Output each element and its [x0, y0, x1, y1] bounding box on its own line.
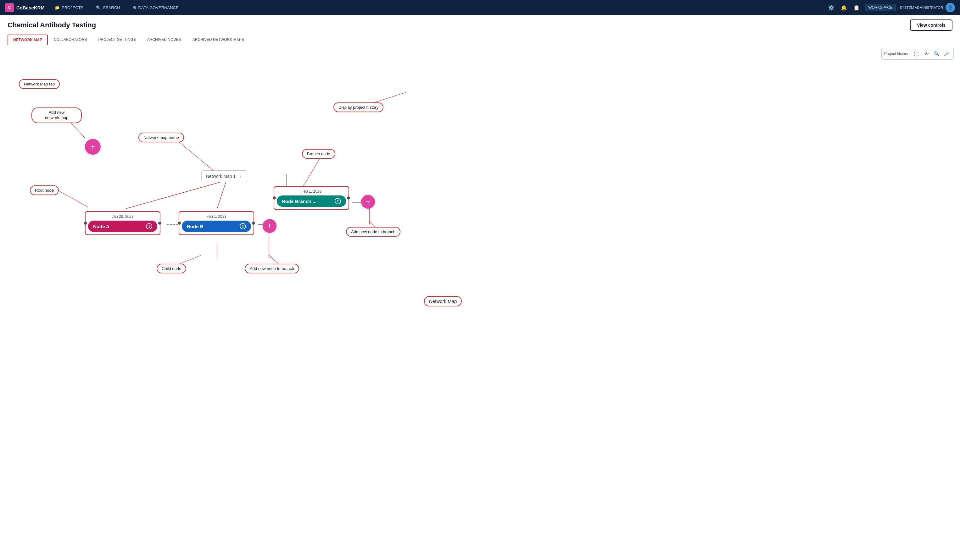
svg-line-14: [302, 157, 321, 188]
node-a-left-dot: [84, 222, 87, 225]
view-controls-button[interactable]: View controls: [910, 19, 952, 31]
node-b-right-dot: [252, 222, 255, 225]
node-branch-info-icon[interactable]: ℹ: [335, 198, 341, 204]
tab-archived-network-maps[interactable]: ARCHIVED NETWORK MAPS: [187, 35, 250, 45]
annotation-network-map-tab: Network Map tab: [19, 79, 60, 89]
node-b-info-icon[interactable]: ℹ: [240, 223, 246, 230]
node-a-pill[interactable]: Node A ℹ: [88, 220, 157, 232]
tab-network-map[interactable]: NETWORK MAP: [8, 35, 48, 45]
node-branch-right-dot: [347, 196, 350, 199]
nav-search-label: SEARCH: [103, 5, 120, 10]
network-map-1-node[interactable]: Network Map 1 ⋮: [201, 170, 247, 182]
svg-line-15: [60, 191, 88, 207]
search-icon: 🔍: [96, 5, 101, 10]
svg-line-17: [269, 255, 280, 265]
node-b-date: Feb 1, 2023: [182, 214, 251, 219]
annotation-root-node: Root node: [30, 185, 59, 195]
tab-archived-nodes[interactable]: ARCHIVED NODES: [142, 35, 187, 45]
svg-line-11: [38, 84, 49, 88]
logo-icon: C: [5, 3, 14, 12]
add-network-map-button[interactable]: +: [85, 139, 101, 155]
notifications-icon[interactable]: 🔔: [840, 3, 848, 12]
logo-text: CoBaseKRM: [16, 5, 45, 10]
annotation-network-map-label: Network Map: [424, 296, 462, 306]
connections-svg: [0, 45, 960, 560]
add-after-branch-button[interactable]: +: [361, 195, 375, 209]
svg-line-19: [362, 93, 406, 107]
settings-icon[interactable]: ⚙️: [827, 3, 836, 12]
canvas-area: Project history ⛶ 👁 🔍 🔎: [0, 45, 960, 560]
help-icon[interactable]: 📋: [852, 3, 861, 12]
node-branch-pill[interactable]: Node Branch ... ℹ: [277, 195, 346, 207]
node-menu-icon[interactable]: ⋮: [238, 174, 243, 179]
annotation-network-map-name: Network map name: [138, 132, 184, 142]
nav-data-gov-label: DATA GOVERNANCE: [138, 5, 179, 10]
plus-icon-2: +: [268, 222, 272, 230]
nav-right-area: ⚙️ 🔔 📋 WORKSPACE SYSTEM ADMINISTRATOR 👤: [827, 3, 955, 12]
svg-line-16: [176, 255, 201, 265]
node-a-label: Node A: [93, 224, 109, 229]
nav-projects[interactable]: 📁 PROJECTS: [52, 4, 86, 11]
node-a-card: Jan 26, 2023 Node A ℹ: [85, 211, 160, 235]
svg-line-18: [370, 221, 378, 229]
user-area: SYSTEM ADMINISTRATOR 👤: [899, 3, 955, 12]
network-map-1-label: Network Map 1: [206, 174, 235, 179]
annotation-add-node-bottom: Add new node to branch: [245, 264, 299, 273]
canvas-toolbar: Project history ⛶ 👁 🔍 🔎: [882, 48, 954, 60]
tab-collaborators[interactable]: COLLABORATORS: [48, 35, 93, 45]
tabs-bar: NETWORK MAP COLLABORATORS PROJECT SETTIN…: [0, 32, 960, 45]
nav-data-governance[interactable]: ⚙ DATA GOVERNANCE: [130, 4, 181, 11]
node-b-left-dot: [178, 222, 181, 225]
nav-search[interactable]: 🔍 SEARCH: [93, 4, 122, 11]
annotation-add-node-right: Add new node to branch: [346, 227, 400, 237]
project-history-label: Project history: [884, 51, 908, 56]
eye-icon[interactable]: 👁: [922, 49, 931, 58]
workspace-button[interactable]: WORKSPACE: [865, 4, 896, 11]
annotation-display-project-history: Display project history: [333, 102, 384, 112]
node-branch-date: Feb 1, 2023: [277, 189, 346, 193]
folder-icon: 📁: [55, 5, 60, 10]
annotation-add-network-map: Add newnetwork map: [32, 107, 82, 123]
svg-line-4: [217, 180, 226, 209]
expand-icon[interactable]: ⛶: [912, 49, 921, 58]
user-role-label: SYSTEM ADMINISTRATOR: [899, 6, 943, 10]
node-a-date: Jan 26, 2023: [88, 214, 157, 219]
project-title-bar: Chemical Antibody Testing View controls: [0, 15, 960, 31]
top-navigation: C CoBaseKRM 📁 PROJECTS 🔍 SEARCH ⚙ DATA G…: [0, 0, 960, 15]
zoom-out-icon[interactable]: 🔎: [942, 49, 951, 58]
app-logo[interactable]: C CoBaseKRM: [5, 3, 45, 12]
tab-project-settings[interactable]: PROJECT SETTINGS: [93, 35, 141, 45]
node-a-info-icon[interactable]: ℹ: [146, 223, 152, 230]
node-branch-left-dot: [273, 196, 276, 199]
svg-line-12: [64, 116, 85, 138]
project-title: Chemical Antibody Testing: [8, 21, 96, 29]
svg-line-13: [176, 140, 214, 171]
node-branch-label: Node Branch ...: [282, 199, 317, 204]
main-content: Chemical Antibody Testing View controls …: [0, 15, 960, 560]
plus-icon: +: [91, 142, 95, 151]
node-a-right-dot: [158, 222, 162, 225]
database-icon: ⚙: [133, 5, 136, 10]
add-node-between-button[interactable]: +: [262, 219, 277, 233]
node-b-label: Node B: [187, 224, 203, 229]
user-avatar[interactable]: 👤: [946, 3, 955, 12]
svg-line-3: [126, 180, 226, 209]
annotation-branch-node: Branch node: [302, 149, 335, 159]
node-b-pill[interactable]: Node B ℹ: [182, 220, 251, 232]
plus-icon-3: +: [366, 198, 370, 206]
node-b-card: Feb 1, 2023 Node B ℹ: [179, 211, 254, 235]
nav-projects-label: PROJECTS: [62, 5, 83, 10]
zoom-in-icon[interactable]: 🔍: [932, 49, 941, 58]
annotation-child-node: Child node: [157, 264, 186, 273]
node-branch-card: Feb 1, 2023 Node Branch ... ℹ: [274, 186, 349, 210]
